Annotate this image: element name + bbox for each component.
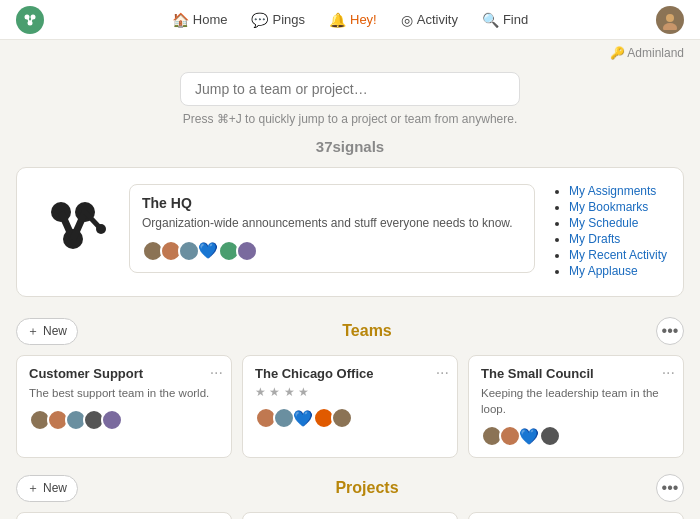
- my-applause-link[interactable]: My Applause: [569, 264, 638, 278]
- nav-hey[interactable]: 🔔 Hey!: [319, 8, 387, 32]
- my-assignments-link[interactable]: My Assignments: [569, 184, 656, 198]
- top-navigation: 🏠 Home 💬 Pings 🔔 Hey! ◎ Activity 🔍 Find: [0, 0, 700, 40]
- hq-row: The HQ Organization-wide announcements a…: [16, 167, 684, 297]
- teams-bar: ＋ New Teams •••: [16, 317, 684, 345]
- nav-hey-label: Hey!: [350, 12, 377, 27]
- adminland-bar: 🔑 Adminland: [0, 40, 700, 62]
- nav-find-label: Find: [503, 12, 528, 27]
- projects-new-button[interactable]: ＋ New: [16, 475, 78, 502]
- hq-card: The HQ Organization-wide announcements a…: [129, 184, 535, 273]
- teams-new-label: New: [43, 324, 67, 338]
- teams-new-button[interactable]: ＋ New: [16, 318, 78, 345]
- heart-icon: 💙: [293, 409, 313, 428]
- hq-description: Organization-wide announcements and stuf…: [142, 215, 522, 232]
- projects-bar: ＋ New Projects •••: [16, 474, 684, 502]
- card-title: The Chicago Office: [255, 366, 445, 381]
- nav-find[interactable]: 🔍 Find: [472, 8, 538, 32]
- company-logo: [33, 184, 113, 264]
- company-name: 37signals: [16, 138, 684, 155]
- hq-quick-links: My Assignments My Bookmarks My Schedule …: [551, 184, 667, 280]
- ellipsis-icon: •••: [662, 322, 679, 340]
- nav-home[interactable]: 🏠 Home: [162, 8, 238, 32]
- my-drafts-link[interactable]: My Drafts: [569, 232, 620, 246]
- card-desc: The best support team in the world.: [29, 385, 219, 401]
- plus-icon: ＋: [27, 480, 39, 497]
- adminland-link[interactable]: Adminland: [627, 46, 684, 60]
- project-card-recruiting: ··· Recruiting and Hiring Looking for th…: [16, 512, 232, 519]
- my-bookmarks-link[interactable]: My Bookmarks: [569, 200, 648, 214]
- card-desc: Keeping the leadership team in the loop.: [481, 385, 671, 417]
- projects-more-button[interactable]: •••: [656, 474, 684, 502]
- my-schedule-link[interactable]: My Schedule: [569, 216, 638, 230]
- heart-icon: 💙: [519, 427, 539, 446]
- svg-point-5: [666, 14, 674, 22]
- project-card-website-redesign: ··· Website Redesign 💙: [468, 512, 684, 519]
- avatar: [236, 240, 258, 262]
- card-menu-icon[interactable]: ···: [436, 364, 449, 382]
- activity-icon: ◎: [401, 12, 413, 28]
- home-icon: 🏠: [172, 12, 189, 28]
- team-card-small-council: ··· The Small Council Keeping the leader…: [468, 355, 684, 458]
- ellipsis-icon: •••: [662, 479, 679, 497]
- projects-title: Projects: [335, 479, 398, 497]
- avatar: [499, 425, 521, 447]
- svg-point-6: [663, 23, 677, 30]
- teams-more-button[interactable]: •••: [656, 317, 684, 345]
- hq-title: The HQ: [142, 195, 522, 211]
- teams-title: Teams: [342, 322, 392, 340]
- avatar: [178, 240, 200, 262]
- projects-new-label: New: [43, 481, 67, 495]
- nav-activity-label: Activity: [417, 12, 458, 27]
- teams-grid: ··· Customer Support The best support te…: [16, 355, 684, 458]
- user-avatar[interactable]: [656, 6, 684, 34]
- nav-pings[interactable]: 💬 Pings: [241, 8, 315, 32]
- hey-icon: 🔔: [329, 12, 346, 28]
- pings-icon: 💬: [251, 12, 268, 28]
- team-card-chicago-office: ··· The Chicago Office ★ ★ ★ ★ 💙: [242, 355, 458, 458]
- avatar: [101, 409, 123, 431]
- nav-links: 🏠 Home 💬 Pings 🔔 Hey! ◎ Activity 🔍 Find: [162, 8, 538, 32]
- projects-section: ＋ New Projects ••• ··· Recruiting and Hi…: [0, 474, 700, 519]
- project-card-leto-laptop: ··· The Leto Laptop Laptop product launc…: [242, 512, 458, 519]
- card-avatars: [29, 409, 219, 431]
- app-logo[interactable]: [16, 6, 44, 34]
- nav-pings-label: Pings: [272, 12, 305, 27]
- card-avatars: 💙: [255, 407, 445, 429]
- card-title: The Small Council: [481, 366, 671, 381]
- find-icon: 🔍: [482, 12, 499, 28]
- card-menu-icon[interactable]: ···: [662, 364, 675, 382]
- card-menu-icon[interactable]: ···: [210, 364, 223, 382]
- search-section: Press ⌘+J to quickly jump to a project o…: [0, 62, 700, 138]
- card-title: Customer Support: [29, 366, 219, 381]
- plus-icon: ＋: [27, 323, 39, 340]
- search-hint: Press ⌘+J to quickly jump to a project o…: [183, 112, 517, 126]
- nav-activity[interactable]: ◎ Activity: [391, 8, 468, 32]
- teams-section: ＋ New Teams ••• ··· Customer Support The…: [0, 317, 700, 474]
- projects-grid: ··· Recruiting and Hiring Looking for th…: [16, 512, 684, 519]
- hq-avatars: 💙: [142, 240, 522, 262]
- nav-home-label: Home: [193, 12, 228, 27]
- team-card-customer-support: ··· Customer Support The best support te…: [16, 355, 232, 458]
- my-recent-activity-link[interactable]: My Recent Activity: [569, 248, 667, 262]
- adminland-icon: 🔑: [610, 46, 625, 60]
- search-input[interactable]: [180, 72, 520, 106]
- avatar: [539, 425, 561, 447]
- heart-icon: 💙: [198, 241, 218, 260]
- avatar: [273, 407, 295, 429]
- avatar: [331, 407, 353, 429]
- card-avatars: 💙: [481, 425, 671, 447]
- card-stars: ★ ★ ★ ★: [255, 385, 445, 399]
- company-section: 37signals The HQ Organization-wide annou…: [0, 138, 700, 317]
